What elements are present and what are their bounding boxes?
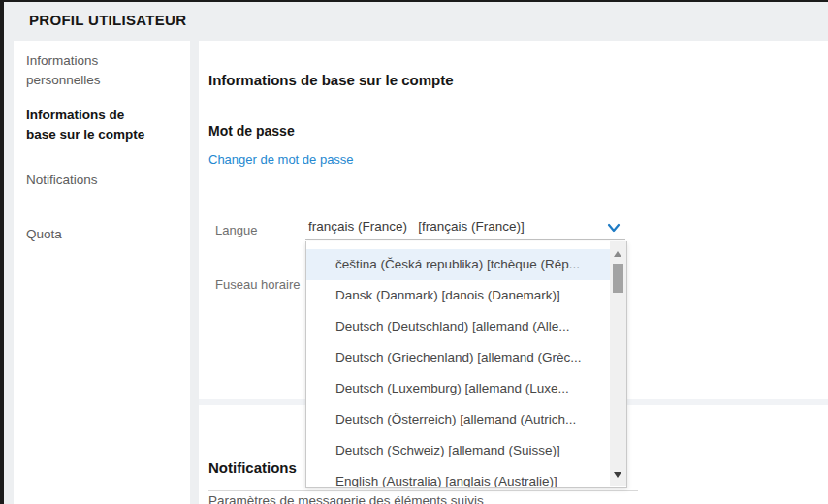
section-title: Informations de base sur le compte [208,72,454,88]
language-select-underline [305,239,625,240]
page-header: PROFIL UTILISATEUR [4,2,828,41]
dropdown-option-list: čeština (Česká republika) [tchèque (Rép.… [306,249,610,488]
sidebar-item-informations-de-base[interactable]: Informations de base sur le compte [26,106,154,144]
chevron-down-icon[interactable] [606,220,621,236]
dropdown-option[interactable]: Deutsch (Österreich) [allemand (Autrich.… [306,404,610,435]
scrollbar-thumb[interactable] [613,264,623,293]
language-select[interactable]: français (France) [français (France)] [305,217,625,240]
password-section-label: Mot de passe [208,123,295,139]
sidebar-item-notifications[interactable]: Notifications [26,171,154,190]
language-label: Langue [215,223,257,237]
dropdown-option[interactable]: čeština (Česká republika) [tchèque (Rép.… [306,249,610,280]
dropdown-option[interactable]: Deutsch (Luxemburg) [allemand (Luxe... [306,373,610,404]
dropdown-option[interactable]: Deutsch (Schweiz) [allemand (Suisse)] [306,435,610,466]
notifications-description: Paramètres de messagerie des éléments su… [208,493,484,504]
notifications-divider [208,490,638,491]
dropdown-option[interactable]: Dansk (Danmark) [danois (Danemark)] [306,280,610,311]
language-select-value: français (France) [français (France)] [308,219,525,234]
dropdown-option[interactable]: Deutsch (Griechenland) [allemand (Grèc..… [306,342,610,373]
scroll-down-icon[interactable] [614,472,621,478]
sidebar-item-informations-personnelles[interactable]: Informations personnelles [26,51,154,90]
sidebar-item-quota[interactable]: Quota [26,225,154,244]
dropdown-scrollbar[interactable] [610,241,626,486]
notifications-section-title: Notifications [208,459,297,476]
change-password-link[interactable]: Changer de mot de passe [208,152,354,167]
window-left-edge [0,0,4,504]
language-dropdown: čeština (Česká republika) [tchèque (Rép.… [305,241,627,488]
user-profile-page: PROFIL UTILISATEUR Informations personne… [0,0,828,504]
scroll-up-icon[interactable] [614,251,621,257]
dropdown-option[interactable]: Deutsch (Deutschland) [allemand (Alle... [306,311,610,342]
timezone-label: Fuseau horaire [215,277,300,292]
page-title: PROFIL UTILISATEUR [29,12,186,28]
sidebar: Informations personnelles Informations d… [14,41,190,504]
dropdown-option[interactable]: English (Australia) [anglais (Australie)… [306,466,610,488]
